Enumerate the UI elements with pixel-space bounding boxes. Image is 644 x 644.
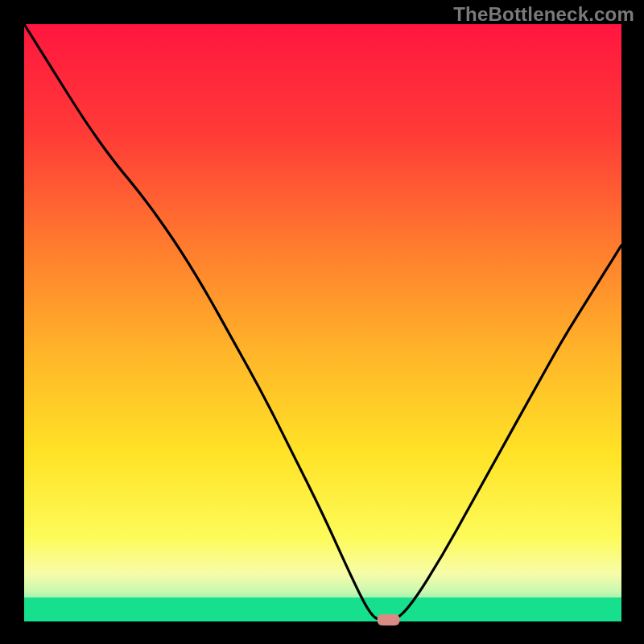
chart-frame: TheBottleneck.com xyxy=(0,0,644,644)
plot-background xyxy=(24,24,621,621)
bottleneck-chart xyxy=(0,0,644,644)
optimal-marker xyxy=(378,614,400,625)
watermark-text: TheBottleneck.com xyxy=(453,3,634,26)
green-band xyxy=(24,597,621,621)
